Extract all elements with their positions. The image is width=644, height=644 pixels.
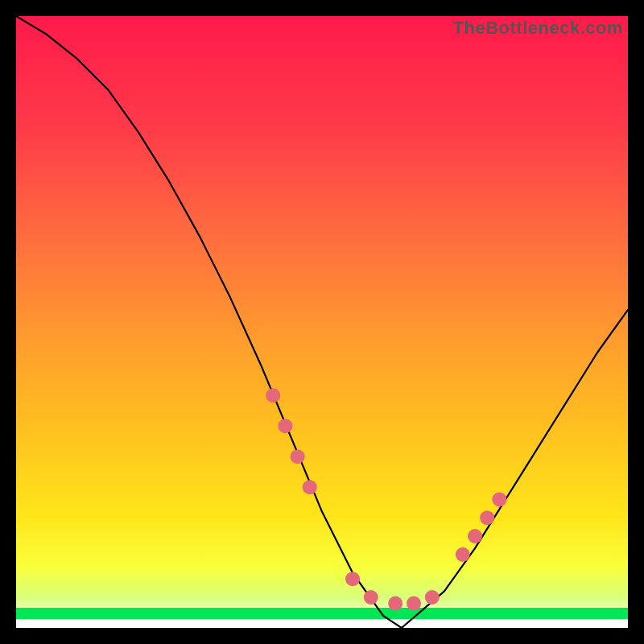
highlight-dot bbox=[468, 529, 482, 543]
highlight-dot bbox=[407, 597, 421, 611]
highlight-dot bbox=[480, 510, 494, 525]
green-band bbox=[16, 608, 628, 619]
highlight-dot bbox=[492, 492, 506, 506]
gradient-background bbox=[16, 16, 628, 628]
highlight-dot bbox=[364, 590, 378, 605]
highlight-dot bbox=[278, 419, 292, 433]
highlight-dot bbox=[266, 388, 280, 402]
highlight-dot bbox=[388, 597, 402, 611]
chart-svg bbox=[16, 16, 628, 628]
highlight-dot bbox=[303, 480, 317, 494]
white-band bbox=[16, 619, 628, 628]
highlight-dot bbox=[456, 547, 470, 562]
highlight-dot bbox=[345, 572, 360, 586]
chart-frame: TheBottleneck.com bbox=[16, 16, 628, 628]
watermark-text: TheBottleneck.com bbox=[453, 18, 623, 39]
highlight-dot bbox=[425, 590, 440, 605]
highlight-dot bbox=[291, 449, 305, 464]
